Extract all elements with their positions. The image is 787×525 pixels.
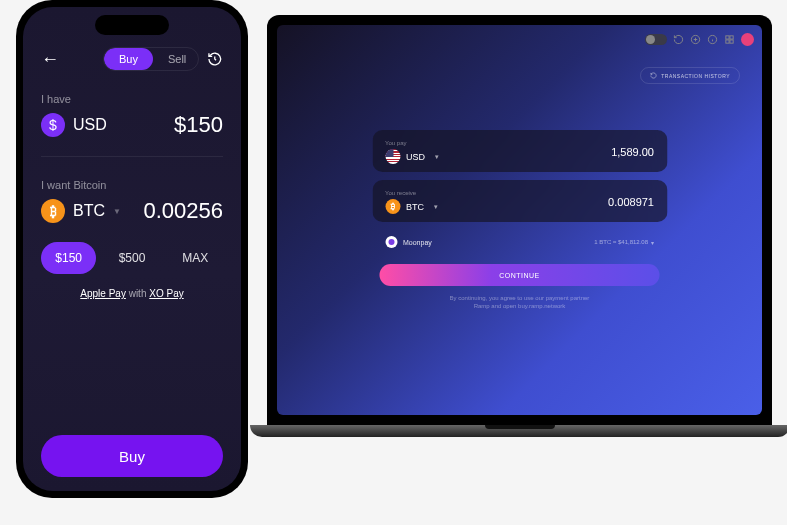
laptop-device: TRANSACTION HISTORY You pay USD ▾ 1,589.… xyxy=(267,15,772,437)
dynamic-island xyxy=(95,15,169,35)
phone-device: ← Buy Sell I have $ USD $150 I want Bitc… xyxy=(16,0,248,498)
provider-name: Moonpay xyxy=(403,239,432,246)
laptop-notch xyxy=(490,15,550,23)
chevron-down-icon: ▼ xyxy=(113,207,121,216)
want-asset-code[interactable]: BTC xyxy=(73,202,105,220)
chevron-down-icon: ▾ xyxy=(434,203,438,211)
add-icon[interactable] xyxy=(690,34,701,45)
desktop-app: TRANSACTION HISTORY You pay USD ▾ 1,589.… xyxy=(277,25,762,415)
you-receive-label: You receive xyxy=(385,190,438,196)
receive-currency-code: BTC xyxy=(406,202,424,212)
buy-button[interactable]: Buy xyxy=(41,435,223,477)
usd-flag-icon xyxy=(385,149,400,164)
tab-buy[interactable]: Buy xyxy=(104,48,153,70)
receive-amount: 0.008971 xyxy=(608,196,654,208)
moonpay-icon xyxy=(385,236,397,248)
divider xyxy=(41,156,223,157)
you-pay-label: You pay xyxy=(385,140,439,146)
continue-button[interactable]: CONTINUE xyxy=(380,264,660,286)
chevron-down-icon: ▾ xyxy=(651,239,654,246)
have-asset-row: $ USD $150 xyxy=(41,112,223,138)
tab-sell[interactable]: Sell xyxy=(153,48,200,70)
btc-icon: ₿ xyxy=(385,199,400,214)
apple-pay-link[interactable]: Apple Pay xyxy=(80,288,126,299)
transaction-history-button[interactable]: TRANSACTION HISTORY xyxy=(640,67,740,84)
usd-icon: $ xyxy=(41,113,65,137)
want-label: I want Bitcoin xyxy=(41,179,223,191)
buy-sell-tabs: Buy Sell xyxy=(103,47,199,71)
svg-rect-3 xyxy=(730,36,733,39)
have-asset-code[interactable]: USD xyxy=(73,116,107,134)
pay-currency-selector[interactable]: USD ▾ xyxy=(385,149,439,164)
you-receive-card: You receive ₿ BTC ▾ 0.008971 xyxy=(372,180,667,222)
preset-500[interactable]: $500 xyxy=(104,242,159,274)
svg-rect-5 xyxy=(730,40,733,43)
svg-rect-4 xyxy=(726,40,729,43)
grid-icon[interactable] xyxy=(724,34,735,45)
avatar[interactable] xyxy=(741,33,754,46)
receive-currency-selector[interactable]: ₿ BTC ▾ xyxy=(385,199,438,214)
btc-icon: ₿ xyxy=(41,199,65,223)
xo-pay-link[interactable]: XO Pay xyxy=(149,288,183,299)
laptop-screen: TRANSACTION HISTORY You pay USD ▾ 1,589.… xyxy=(267,15,772,425)
mobile-header: ← Buy Sell xyxy=(41,47,223,71)
want-amount: 0.00256 xyxy=(143,198,223,224)
provider-selector[interactable]: Moonpay 1 BTC ≈ $41,812.08 ▾ xyxy=(372,230,667,254)
laptop-base xyxy=(250,425,787,437)
provider-rate: 1 BTC ≈ $41,812.08 ▾ xyxy=(594,239,654,246)
amount-presets: $150 $500 MAX xyxy=(41,242,223,274)
theme-toggle[interactable] xyxy=(645,34,667,45)
preset-150[interactable]: $150 xyxy=(41,242,96,274)
history-icon[interactable] xyxy=(207,51,223,67)
want-asset-row: ₿ BTC ▼ 0.00256 xyxy=(41,198,223,224)
mobile-app: ← Buy Sell I have $ USD $150 I want Bitc… xyxy=(23,7,241,491)
svg-rect-2 xyxy=(726,36,729,39)
info-icon[interactable] xyxy=(707,34,718,45)
you-pay-card: You pay USD ▾ 1,589.00 xyxy=(372,130,667,172)
preset-max[interactable]: MAX xyxy=(168,242,223,274)
tx-history-label: TRANSACTION HISTORY xyxy=(661,73,730,79)
chevron-down-icon: ▾ xyxy=(435,153,439,161)
history-icon[interactable] xyxy=(673,34,684,45)
desktop-toolbar xyxy=(645,33,754,46)
disclaimer-text: By continuing, you agree to use our paym… xyxy=(372,294,667,311)
exchange-panel: You pay USD ▾ 1,589.00 You receive ₿ xyxy=(372,130,667,311)
have-amount[interactable]: $150 xyxy=(174,112,223,138)
have-label: I have xyxy=(41,93,223,105)
pay-currency-code: USD xyxy=(406,152,425,162)
payment-method-text[interactable]: Apple Pay with XO Pay xyxy=(41,288,223,299)
back-button[interactable]: ← xyxy=(41,49,59,70)
pay-amount[interactable]: 1,589.00 xyxy=(611,146,654,158)
